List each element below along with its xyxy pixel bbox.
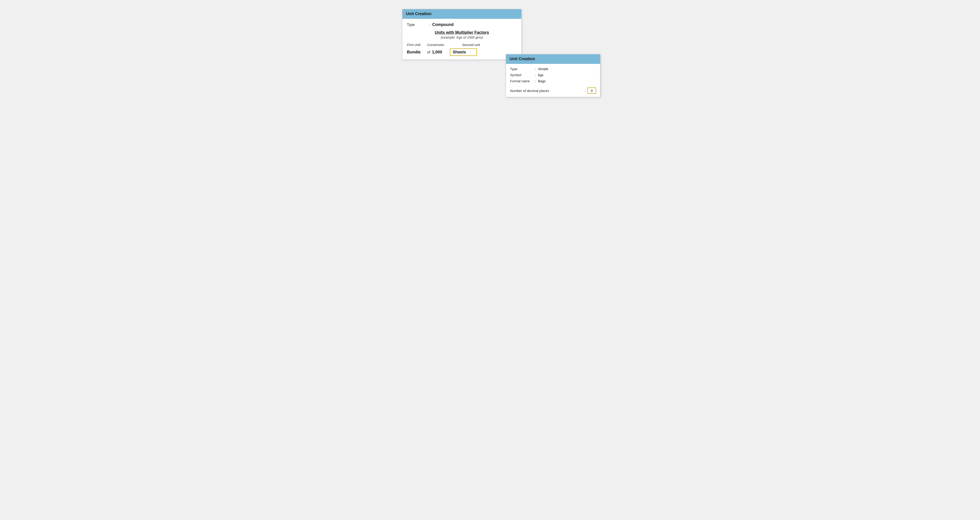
multiplier-title: Units with Multiplier Factors (407, 30, 517, 35)
main-panel: Unit Creation Type : Compound Units with… (402, 9, 522, 60)
decimal-label: Number of decimal places (510, 89, 583, 93)
col-header-second-unit: Second unit (462, 43, 517, 47)
main-panel-body: Type : Compound Units with Multiplier Fa… (402, 19, 521, 59)
second-symbol-colon: : (535, 73, 536, 77)
type-label: Type (407, 23, 430, 27)
main-panel-title: Unit Creation (406, 11, 431, 16)
second-panel-header: Unit Creation (506, 54, 600, 64)
second-type-value: Simple (538, 67, 548, 71)
second-formalname-row: Formal name : Bags (510, 79, 596, 83)
data-of: of (427, 50, 430, 54)
data-number: 1,000 (432, 50, 450, 54)
col-header-first-unit: First Unit (407, 43, 427, 47)
second-unit-input[interactable] (450, 48, 477, 56)
col-header-conversion: Conversion (427, 43, 462, 47)
multiplier-heading: Units with Multiplier Factors (example: … (407, 30, 517, 39)
main-panel-header: Unit Creation (402, 9, 521, 19)
data-row: Bundle of 1,000 (407, 48, 517, 56)
decimal-row: Number of decimal places : (510, 88, 596, 94)
second-panel-title: Unit Creation (509, 57, 535, 61)
second-panel-body: Type : Simple Symbol : bgs Formal name :… (506, 64, 600, 97)
decimal-input[interactable] (587, 88, 596, 94)
second-symbol-row: Symbol : bgs (510, 73, 596, 77)
decimal-colon: : (585, 89, 586, 93)
second-symbol-value: bgs (538, 73, 543, 77)
second-type-colon: : (535, 67, 536, 71)
second-formalname-label: Formal name (510, 79, 535, 83)
data-bundle: Bundle (407, 50, 427, 54)
second-type-row: Type : Simple (510, 67, 596, 71)
multiplier-example: (example: Kgs of 1000 gms) (407, 35, 517, 39)
type-colon: : (430, 23, 430, 27)
scene: Unit Creation Type : Compound Units with… (402, 9, 578, 126)
columns-row: First Unit Conversion Second unit (407, 43, 517, 47)
type-value: Compound (432, 22, 453, 27)
second-panel: Unit Creation Type : Simple Symbol : bgs… (506, 54, 600, 97)
second-formalname-colon: : (535, 79, 536, 83)
second-formalname-value: Bags (538, 79, 546, 83)
second-type-label: Type (510, 67, 535, 71)
type-row: Type : Compound (407, 22, 517, 27)
second-symbol-label: Symbol (510, 73, 535, 77)
